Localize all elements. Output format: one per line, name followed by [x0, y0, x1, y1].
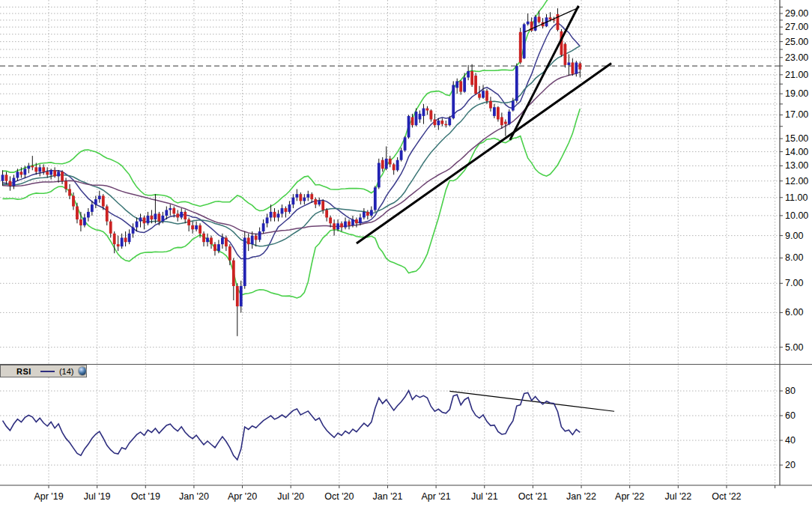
- candle-up: [385, 159, 388, 169]
- price-axis-label: 23.00: [785, 52, 808, 63]
- candle-up: [291, 198, 294, 204]
- price-series: [1, 0, 582, 336]
- candle-up: [136, 222, 139, 228]
- sma-fast-line: [3, 23, 581, 259]
- candle-down: [549, 17, 552, 19]
- stock-chart-window: 29.0027.0025.0023.0021.0019.0017.0015.00…: [0, 0, 812, 507]
- rsi-axis-label: 40: [785, 435, 796, 446]
- price-axis-label: 17.00: [785, 109, 808, 120]
- candle-down: [19, 171, 22, 174]
- candle-down: [485, 91, 488, 100]
- candle-up: [288, 204, 291, 212]
- candle-down: [31, 166, 34, 167]
- candle-up: [437, 121, 440, 125]
- candle-down: [213, 244, 216, 251]
- candle-up: [374, 187, 377, 210]
- price-axis-label: 14.00: [785, 147, 808, 157]
- candle-down: [187, 219, 190, 225]
- candle-up: [258, 231, 261, 240]
- candle-down: [172, 208, 175, 213]
- candle-down: [538, 16, 541, 22]
- chart-canvas[interactable]: 29.0027.0025.0023.0021.0019.0017.0015.00…: [0, 0, 812, 507]
- time-axis-label: Jul '21: [471, 491, 498, 502]
- candle-up: [91, 204, 94, 212]
- price-axis-label: 12.00: [785, 176, 808, 186]
- candle-down: [329, 217, 332, 223]
- candle-up: [515, 66, 518, 101]
- candle-up: [378, 163, 381, 188]
- candle-down: [321, 201, 324, 210]
- candle-down: [176, 213, 179, 217]
- candle-down: [109, 222, 112, 234]
- gridlines: [0, 0, 780, 485]
- candle-up: [303, 198, 306, 201]
- price-axis-label: 7.00: [785, 278, 803, 288]
- rsi-trendline[interactable]: [449, 391, 614, 411]
- price-axis-label: 11.00: [785, 192, 808, 203]
- candle-down: [519, 32, 522, 63]
- candle-up: [407, 116, 410, 138]
- candle-up: [139, 217, 142, 221]
- candle-up: [295, 194, 298, 198]
- candle-down: [273, 212, 276, 218]
- candle-down: [64, 181, 67, 189]
- candle-up: [452, 85, 455, 118]
- time-axis-label: Oct '21: [518, 491, 548, 502]
- rsi-settings-globe-icon[interactable]: [79, 367, 87, 375]
- bollinger-lower-band: [3, 109, 581, 298]
- candle-down: [106, 207, 109, 222]
- candle-up: [49, 170, 52, 174]
- candle-down: [366, 212, 369, 216]
- candle-up: [281, 208, 284, 213]
- rsi-legend-box[interactable]: RSI (14): [0, 365, 87, 377]
- candle-down: [225, 237, 228, 246]
- price-axis-label: 5.00: [785, 342, 803, 353]
- candle-up: [351, 219, 354, 225]
- candle-down: [433, 119, 436, 125]
- rsi-axis-label: 80: [785, 386, 796, 396]
- candle-down: [470, 71, 473, 85]
- candle-up: [87, 212, 90, 218]
- candle-up: [396, 160, 399, 171]
- rsi-axis-label: 60: [785, 410, 796, 421]
- candle-up: [306, 194, 309, 198]
- candle-up: [575, 62, 578, 73]
- rsi-period-label: (14): [59, 367, 74, 376]
- candle-up: [336, 223, 339, 229]
- candle-up: [217, 244, 220, 251]
- candle-up: [400, 151, 403, 160]
- candle-down: [202, 234, 205, 242]
- candle-down: [117, 244, 120, 246]
- price-trendline[interactable]: [510, 6, 579, 140]
- candle-up: [277, 213, 280, 217]
- time-axis-label: Oct '19: [131, 491, 160, 502]
- candle-down: [68, 189, 71, 195]
- candle-up: [318, 201, 321, 204]
- axes: 29.0027.0025.0023.0021.0019.0017.0015.00…: [0, 0, 812, 502]
- candle-down: [314, 199, 317, 204]
- candle-down: [184, 212, 187, 219]
- candle-down: [9, 181, 12, 186]
- price-trendline[interactable]: [357, 64, 611, 243]
- candle-down: [571, 62, 574, 73]
- rsi-indicator-label: RSI: [16, 367, 31, 376]
- candle-down: [247, 237, 250, 244]
- candle-up: [419, 114, 422, 120]
- candle-down: [389, 159, 392, 165]
- candle-up: [262, 223, 265, 231]
- candle-up: [251, 236, 254, 245]
- candle-up: [363, 212, 366, 218]
- candle-up: [161, 216, 164, 222]
- price-axis-label: 15.00: [785, 133, 808, 144]
- candle-up: [180, 212, 183, 218]
- candle-down: [333, 223, 336, 229]
- price-axis-label: 29.00: [785, 8, 808, 19]
- candle-up: [165, 210, 168, 215]
- candle-down: [285, 208, 288, 212]
- candle-down: [393, 164, 396, 170]
- candle-down: [459, 81, 462, 91]
- candle-up: [344, 222, 347, 228]
- candle-up: [523, 24, 526, 58]
- candle-down: [444, 124, 447, 126]
- time-axis-label: Oct '20: [324, 491, 354, 502]
